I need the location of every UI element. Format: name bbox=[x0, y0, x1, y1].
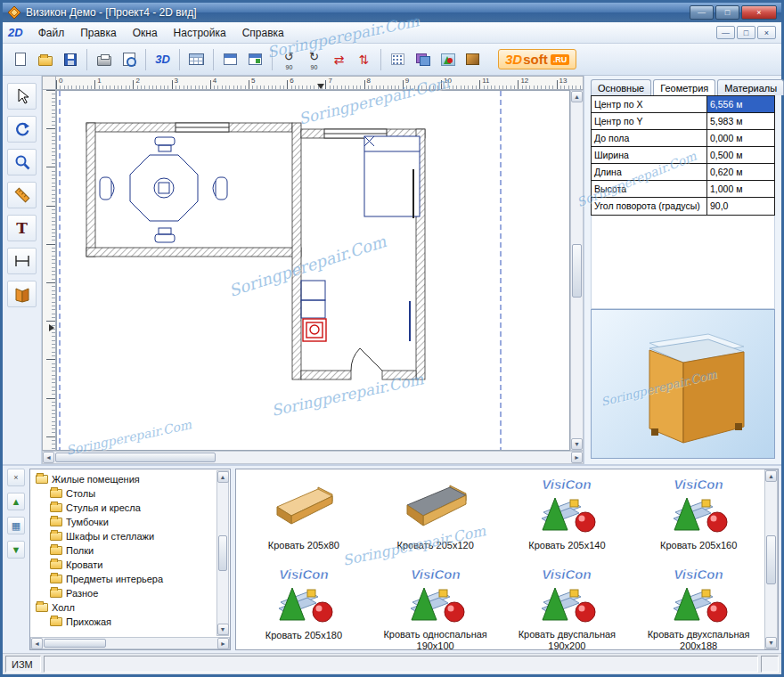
catalog-item[interactable]: VisiCon Кровать 205x140 bbox=[502, 472, 633, 562]
scene-3d-button[interactable] bbox=[436, 47, 460, 71]
scene-3d-icon bbox=[441, 53, 455, 66]
drawing-toolbar: T bbox=[3, 76, 42, 464]
toolbar-separator bbox=[145, 49, 146, 70]
save-button[interactable] bbox=[58, 47, 82, 71]
catalog-item[interactable]: VisiCon Кровать двухспальная 200x188 bbox=[633, 562, 764, 649]
scroll-left-icon[interactable] bbox=[31, 638, 43, 649]
tree-horizontal-scrollbar[interactable] bbox=[30, 637, 230, 649]
property-value[interactable]: 6,556 м bbox=[707, 96, 774, 112]
mirror-horizontal-button[interactable] bbox=[327, 47, 351, 71]
scroll-up-icon[interactable] bbox=[765, 470, 777, 482]
logo-3dsoft[interactable]: 3D soft .RU bbox=[498, 49, 576, 69]
tree-item[interactable]: Полки bbox=[32, 543, 230, 558]
select-tool-button[interactable] bbox=[7, 83, 37, 110]
tree-item[interactable]: Кровати bbox=[32, 558, 230, 572]
scroll-left-icon[interactable] bbox=[43, 452, 54, 463]
text-tool-button[interactable]: T bbox=[7, 215, 37, 241]
canvas-vertical-scrollbar[interactable] bbox=[570, 90, 584, 451]
print-preview-button[interactable] bbox=[117, 47, 141, 71]
property-value[interactable]: 0,500 м bbox=[707, 147, 774, 163]
measure-tool-button[interactable] bbox=[7, 182, 37, 208]
panel-button-1[interactable] bbox=[218, 47, 242, 71]
property-value[interactable]: 0,000 м bbox=[707, 130, 774, 146]
scroll-down-icon[interactable] bbox=[217, 624, 229, 635]
door-tool-button[interactable] bbox=[7, 281, 37, 307]
scroll-down-icon[interactable] bbox=[765, 637, 777, 648]
table-button[interactable] bbox=[184, 47, 208, 71]
print-button[interactable] bbox=[92, 47, 116, 71]
scroll-right-icon[interactable] bbox=[571, 452, 583, 463]
open-button[interactable] bbox=[33, 47, 57, 71]
property-value[interactable]: 90,0 bbox=[707, 198, 774, 215]
catalog-item[interactable]: VisiCon Кровать односпальная 190x100 bbox=[370, 562, 502, 649]
catalog-item[interactable]: VisiCon Кровать 205x180 bbox=[238, 562, 370, 649]
tree-item[interactable]: Жилые помещения bbox=[32, 472, 230, 486]
scroll-up-icon[interactable] bbox=[571, 91, 583, 102]
mirror-vertical-button[interactable] bbox=[352, 47, 376, 71]
view-3d-button[interactable]: 3D bbox=[151, 47, 175, 71]
mdi-restore-button[interactable]: □ bbox=[737, 26, 755, 39]
materials-icon bbox=[466, 53, 479, 65]
grid-toggle-button[interactable] bbox=[386, 47, 410, 71]
tree-item[interactable]: Предметы интерьера bbox=[32, 572, 230, 586]
insert-object-button[interactable]: ▲ bbox=[7, 493, 25, 510]
layers-button[interactable] bbox=[411, 47, 435, 71]
property-value[interactable]: 1,000 м bbox=[707, 181, 774, 197]
canvas-horizontal-scrollbar[interactable] bbox=[42, 451, 584, 464]
mdi-minimize-button[interactable]: — bbox=[716, 26, 735, 39]
status-message bbox=[44, 656, 758, 673]
maximize-button[interactable]: □ bbox=[715, 5, 739, 20]
property-value[interactable]: 0,620 м bbox=[707, 164, 774, 180]
scroll-up-icon[interactable] bbox=[217, 471, 229, 483]
preview-3d[interactable] bbox=[591, 309, 775, 459]
catalog-vertical-scrollbar[interactable] bbox=[764, 469, 778, 649]
scroll-right-icon[interactable] bbox=[217, 638, 229, 649]
import-object-button[interactable]: ▼ bbox=[7, 541, 25, 559]
tree-item[interactable]: Шкафы и стеллажи bbox=[32, 529, 230, 543]
status-resize-grip[interactable] bbox=[761, 656, 779, 673]
tree-item[interactable]: Тумбочки bbox=[32, 515, 230, 529]
rotate-left-90-button[interactable]: 90 bbox=[277, 47, 301, 71]
close-button[interactable]: × bbox=[741, 5, 777, 20]
menu-item-Справка[interactable]: Справка bbox=[234, 24, 292, 42]
property-value[interactable]: 5,983 м bbox=[707, 113, 774, 129]
tree-vertical-scrollbar[interactable] bbox=[216, 470, 229, 636]
drawing-canvas[interactable] bbox=[56, 90, 570, 451]
panel-button-2[interactable] bbox=[243, 47, 267, 71]
zoom-tool-button[interactable] bbox=[7, 149, 37, 175]
catalog-item[interactable]: VisiCon Кровать двуспальная 190x200 bbox=[502, 562, 633, 649]
scrollbar-thumb[interactable] bbox=[766, 535, 776, 584]
tree-item[interactable]: Столы bbox=[32, 486, 230, 501]
canvas-area: 012345678910111213 bbox=[42, 76, 584, 464]
dimension-tool-button[interactable] bbox=[7, 248, 37, 274]
mdi-close-button[interactable]: × bbox=[757, 26, 776, 39]
close-panel-button[interactable]: × bbox=[7, 469, 25, 486]
scrollbar-thumb[interactable] bbox=[55, 453, 216, 462]
rotate-right-90-button[interactable]: 90 bbox=[302, 47, 326, 71]
title-bar[interactable]: Визикон Демо - [Проект4 - 2D вид] — □ × bbox=[3, 3, 781, 22]
tree-item[interactable]: Холл bbox=[32, 600, 230, 615]
tab-Геометрия[interactable]: Геометрия bbox=[653, 79, 715, 95]
tree-item[interactable]: Разное bbox=[32, 586, 230, 600]
catalog-item[interactable]: Кровать 205x120 bbox=[370, 472, 502, 562]
scrollbar-thumb[interactable] bbox=[572, 244, 582, 298]
tab-Материалы[interactable]: Материалы bbox=[717, 79, 784, 95]
new-button[interactable] bbox=[8, 47, 32, 71]
scroll-down-icon[interactable] bbox=[571, 438, 583, 450]
menu-item-Правка[interactable]: Правка bbox=[72, 24, 125, 42]
materials-button[interactable] bbox=[461, 47, 485, 71]
scrollbar-thumb[interactable] bbox=[44, 639, 106, 648]
catalog-item[interactable]: VisiCon Кровать 205x160 bbox=[633, 472, 764, 562]
tree-item[interactable]: Прихожая bbox=[32, 615, 230, 629]
menu-item-Настройка[interactable]: Настройка bbox=[166, 24, 234, 42]
tab-Основные[interactable]: Основные bbox=[591, 79, 651, 95]
catalog-view-button[interactable]: ▦ bbox=[7, 517, 25, 534]
menu-item-Файл[interactable]: Файл bbox=[30, 24, 73, 42]
rotate-tool-button[interactable] bbox=[7, 116, 37, 143]
minimize-button[interactable]: — bbox=[690, 5, 714, 20]
folder-icon bbox=[50, 489, 62, 498]
tree-item[interactable]: Стулья и кресла bbox=[32, 501, 230, 515]
scrollbar-thumb[interactable] bbox=[218, 535, 227, 571]
catalog-item[interactable]: Кровать 205x80 bbox=[238, 472, 370, 562]
menu-item-Окна[interactable]: Окна bbox=[125, 24, 166, 42]
